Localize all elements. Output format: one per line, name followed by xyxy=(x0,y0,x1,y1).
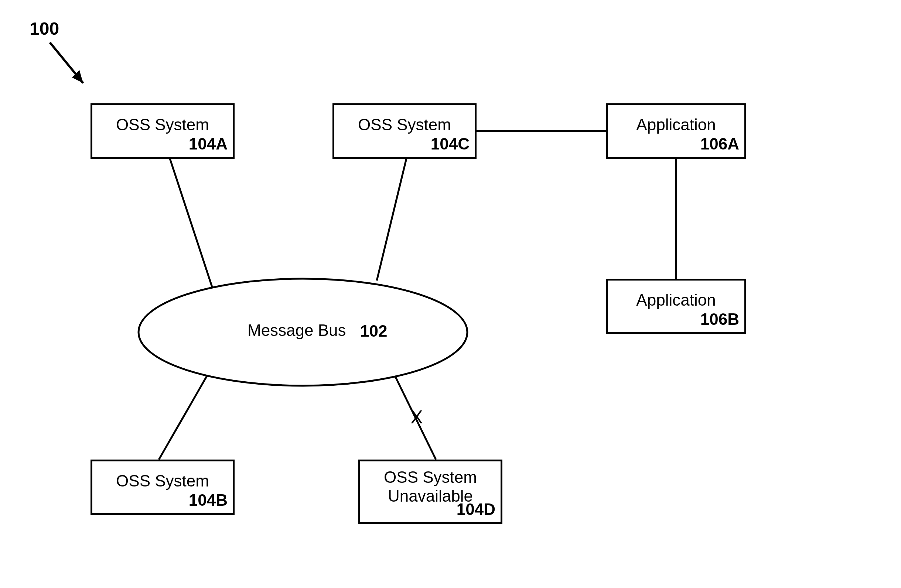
svg-line-6 xyxy=(50,42,83,83)
svg-line-0 xyxy=(170,159,212,288)
box-app-106a: Application 106A xyxy=(606,103,746,159)
box-oss-104b: OSS System 104B xyxy=(90,460,235,515)
box-app-106b: Application 106B xyxy=(606,279,746,334)
box-ref: 106A xyxy=(700,135,739,153)
box-ref: 104A xyxy=(189,135,228,153)
box-oss-104c: OSS System 104C xyxy=(332,103,477,159)
box-label: Application xyxy=(608,291,744,309)
box-ref: 104C xyxy=(431,135,469,153)
svg-line-1 xyxy=(377,159,406,280)
box-label: Application xyxy=(608,115,744,134)
box-ref: 104B xyxy=(189,491,228,509)
box-label: OSS System xyxy=(92,115,233,134)
ellipse-ref: 102 xyxy=(360,322,387,340)
box-oss-104d: OSS System Unavailable 104D xyxy=(359,460,502,524)
box-ref: 106B xyxy=(700,310,739,328)
box-ref: 104D xyxy=(457,500,496,519)
box-label: OSS System xyxy=(92,472,233,490)
box-label: OSS System Unavailable xyxy=(360,468,500,505)
box-oss-104a: OSS System 104A xyxy=(90,103,235,159)
svg-marker-7 xyxy=(72,70,83,83)
figure-reference: 100 xyxy=(30,19,59,39)
box-label: OSS System xyxy=(334,115,475,134)
broken-link-icon: X xyxy=(410,406,422,428)
diagram-canvas: 100 OSS System 104A OSS System 104C Appl… xyxy=(0,0,901,588)
ellipse-message-bus: Message Bus 102 xyxy=(137,277,469,387)
ellipse-label: Message Bus xyxy=(248,321,346,339)
